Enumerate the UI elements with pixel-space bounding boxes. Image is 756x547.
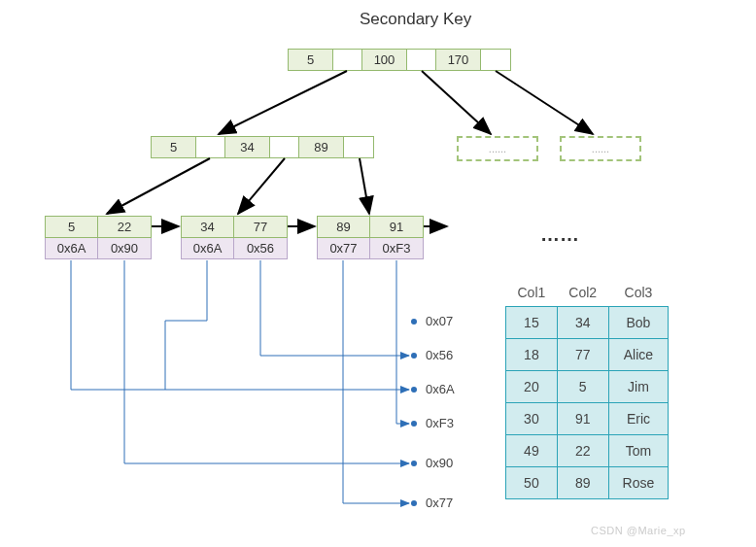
td: Eric [608,403,669,435]
addr-dot-4 [411,461,417,466]
addr-label-5: 0x77 [426,496,453,510]
td: 22 [557,435,608,467]
leaf-2-key-0: 89 [318,217,370,237]
addr-label-4: 0x90 [426,456,453,470]
internal-node-1: 5 34 89 [151,136,374,158]
addr-label-3: 0xF3 [426,416,454,430]
td: 34 [557,307,608,339]
leaf-0-ptr-0: 0x6A [46,238,98,258]
svg-line-0 [219,71,347,134]
leaf-1-ptr-1: 0x56 [234,238,287,258]
root-node: 5 100 170 [288,49,511,71]
table-header-2: Col3 [608,279,669,307]
svg-line-5 [360,158,369,214]
addr-dot-5 [411,500,417,506]
table-row: 1877Alice [506,339,669,371]
leaf-ellipsis: …… [540,223,579,246]
table-header-0: Col1 [506,279,558,307]
td: 30 [506,403,558,435]
td: 5 [557,371,608,403]
int1-ptr-1 [270,137,299,157]
addr-label-1: 0x56 [426,348,453,362]
td: 77 [557,339,608,371]
td: 15 [506,307,558,339]
td: 91 [557,403,608,435]
td: 89 [557,467,608,499]
svg-line-1 [422,71,491,134]
leaf-0-ptr-1: 0x90 [98,238,151,258]
table-row: 1534Bob [506,307,669,339]
td: 20 [506,371,558,403]
root-ptr-1 [407,50,436,70]
leaf-2-ptr-1: 0xF3 [370,238,423,258]
table-row: 3091Eric [506,403,669,435]
placeholder-box-1: ...... [457,136,538,161]
root-ptr-2 [481,50,510,70]
leaf-0-key-0: 5 [46,217,98,237]
addr-dot-0 [411,319,417,325]
table-row: 205Jim [506,371,669,403]
data-table: Col1 Col2 Col3 1534Bob 1877Alice 205Jim … [505,279,669,499]
td: Bob [608,307,669,339]
placeholder-box-2: ...... [560,136,641,161]
int1-key-1: 34 [225,137,270,157]
table-row: 5089Rose [506,467,669,499]
svg-line-3 [107,158,210,214]
addr-dot-2 [411,387,417,393]
td: 18 [506,339,558,371]
leaf-1-key-0: 34 [182,217,234,237]
leaf-2-ptr-0: 0x77 [318,238,370,258]
int1-ptr-2 [344,137,373,157]
addr-label-2: 0x6A [426,382,455,396]
table-row: 4922Tom [506,435,669,467]
int1-ptr-0 [196,137,225,157]
root-key-2: 170 [436,50,481,70]
leaf-2-key-1: 91 [370,217,423,237]
root-ptr-0 [333,50,362,70]
leaf-0: 5 22 0x6A 0x90 [45,216,152,259]
int1-key-2: 89 [299,137,344,157]
addr-dot-3 [411,421,417,427]
svg-line-4 [238,158,285,214]
leaf-1: 34 77 0x6A 0x56 [181,216,288,259]
root-key-1: 100 [362,50,407,70]
root-key-0: 5 [289,50,333,70]
addr-label-0: 0x07 [426,314,453,328]
td: Rose [608,467,669,499]
page-title: Secondary Key [360,10,471,29]
addr-dot-1 [411,353,417,359]
leaf-1-ptr-0: 0x6A [182,238,234,258]
svg-line-2 [496,71,593,134]
int1-key-0: 5 [152,137,196,157]
watermark: CSDN @Marie_xp [591,525,686,536]
table-header-1: Col2 [557,279,608,307]
leaf-2: 89 91 0x77 0xF3 [317,216,424,259]
td: Jim [608,371,669,403]
td: Tom [608,435,669,467]
td: Alice [608,339,669,371]
leaf-1-key-1: 77 [234,217,287,237]
leaf-0-key-1: 22 [98,217,151,237]
td: 50 [506,467,558,499]
td: 49 [506,435,558,467]
